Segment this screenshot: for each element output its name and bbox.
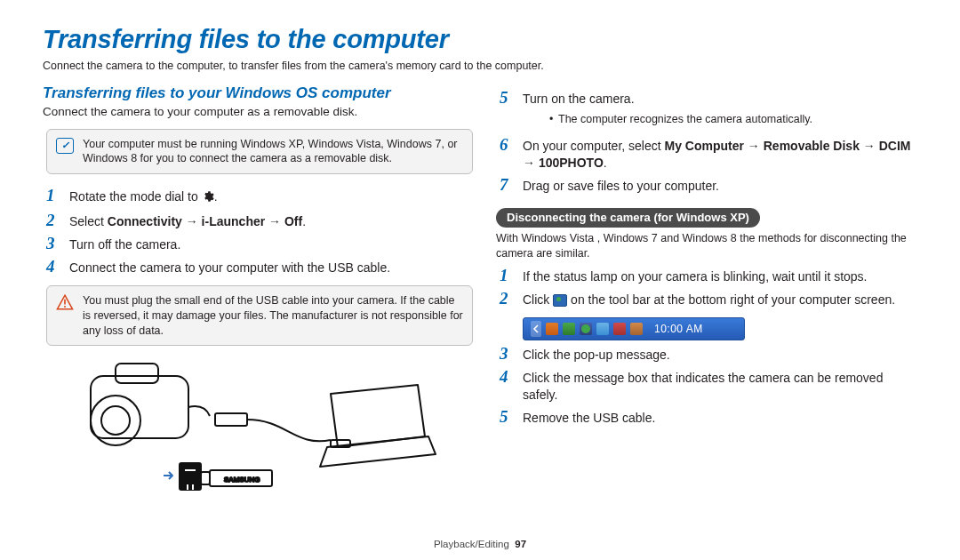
tray-icon — [546, 323, 558, 335]
svg-point-1 — [64, 306, 66, 308]
footer-section: Playback/Editing — [434, 539, 509, 549]
step-body: On your computer, select My Computer → R… — [523, 138, 917, 172]
svg-rect-3 — [116, 364, 158, 383]
step-number: 4 — [500, 368, 514, 385]
svg-rect-11 — [201, 472, 210, 484]
subsection-pill: Disconnecting the camera (for Windows XP… — [496, 208, 760, 228]
footer-page-number: 97 — [515, 539, 526, 549]
tray-icon — [563, 323, 575, 335]
warning-icon — [56, 294, 74, 310]
step-sub-bullet: The computer recognizes the camera autom… — [549, 112, 812, 127]
step-b2: 2 Click on the tool bar at the bottom ri… — [500, 290, 917, 308]
settings-gear-icon — [202, 190, 214, 207]
step-body: Click the pop-up message. — [523, 347, 670, 364]
step-1: 1 Rotate the mode dial to . — [46, 187, 464, 207]
tray-safely-remove-icon — [580, 323, 592, 335]
step-body: Turn off the camera. — [69, 236, 180, 253]
step-number: 5 — [500, 89, 514, 106]
note-icon: ✓ — [56, 138, 74, 154]
step-number: 2 — [46, 212, 60, 228]
step-6: 6 On your computer, select My Computer →… — [500, 136, 917, 172]
step-b4: 4 Click the message box that indicates t… — [500, 368, 917, 404]
step-number: 6 — [500, 136, 514, 153]
right-steps-b-cont: 3 Click the pop-up message. 4 Click the … — [500, 345, 917, 427]
content-columns: Transferring files to your Windows OS co… — [43, 84, 917, 495]
step-body: Click on the tool bar at the bottom righ… — [523, 292, 895, 308]
step-body: Turn on the camera. The computer recogni… — [523, 91, 812, 132]
windows-taskbar-illustration: 10:00 AM — [523, 317, 745, 340]
step-b1: 1 If the status lamp on your camera is b… — [500, 267, 917, 285]
step-body: Click the message box that indicates the… — [523, 370, 917, 404]
left-steps-list: 1 Rotate the mode dial to . 2 Select Con… — [46, 187, 464, 276]
step-3: 3 Turn off the camera. — [46, 235, 464, 253]
svg-rect-6 — [215, 413, 247, 426]
note-text: Your computer must be running Windows XP… — [83, 137, 463, 167]
right-column: 5 Turn on the camera. The computer recog… — [496, 84, 917, 495]
step-2: 2 Select Connectivity → i-Launcher → Off… — [46, 212, 464, 230]
step-number: 3 — [46, 235, 60, 252]
pill-subtext: With Windows Vista , Windows 7 and Windo… — [496, 231, 917, 261]
step-body: Rotate the mode dial to . — [69, 188, 218, 207]
note-callout: ✓ Your computer must be running Windows … — [46, 129, 473, 175]
svg-rect-9 — [184, 468, 196, 472]
section-subtext: Connect the camera to your computer as a… — [43, 104, 464, 120]
step-body: Select Connectivity → i-Launcher → Off. — [69, 213, 306, 230]
tray-icon — [596, 323, 609, 335]
left-column: Transferring files to your Windows OS co… — [43, 84, 464, 495]
page-intro: Connect the camera to the computer, to t… — [43, 60, 917, 72]
svg-rect-8 — [180, 463, 201, 490]
step-b3: 3 Click the pop-up message. — [500, 345, 917, 364]
step-7: 7 Drag or save files to your computer. — [500, 176, 917, 195]
step-number: 1 — [46, 187, 60, 204]
svg-point-5 — [101, 406, 130, 435]
page-title: Transferring files to the computer — [43, 25, 917, 54]
usb-connection-illustration: SAMSUNG — [64, 358, 464, 495]
step-5: 5 Turn on the camera. The computer recog… — [500, 89, 917, 132]
step-number: 5 — [500, 408, 514, 425]
step-body: If the status lamp on your camera is bli… — [523, 268, 868, 285]
taskbar-chevron-icon — [531, 321, 541, 337]
step-body: Remove the USB cable. — [523, 410, 655, 427]
tray-icon — [613, 323, 626, 335]
step-number: 7 — [500, 176, 514, 193]
warning-text: You must plug the small end of the USB c… — [83, 293, 463, 339]
step-sub-bullets: The computer recognizes the camera autom… — [549, 112, 812, 127]
manual-page: Transferring files to the computer Conne… — [0, 0, 960, 560]
svg-text:SAMSUNG: SAMSUNG — [224, 476, 260, 484]
step-b5: 5 Remove the USB cable. — [500, 408, 917, 427]
step-number: 2 — [500, 290, 514, 307]
page-footer: Playback/Editing 97 — [0, 539, 960, 549]
tray-icon — [630, 323, 643, 335]
step-4: 4 Connect the camera to your computer wi… — [46, 258, 464, 276]
warning-callout: You must plug the small end of the USB c… — [46, 285, 473, 347]
right-steps-a: 5 Turn on the camera. The computer recog… — [500, 89, 917, 194]
step-body: Connect the camera to your computer with… — [69, 260, 390, 276]
step-number: 1 — [500, 267, 514, 284]
step-body: Drag or save files to your computer. — [523, 178, 719, 195]
step-number: 4 — [46, 258, 60, 275]
safely-remove-icon — [553, 294, 567, 307]
taskbar-clock: 10:00 AM — [654, 323, 703, 335]
section-heading: Transferring files to your Windows OS co… — [43, 84, 464, 102]
right-steps-b: 1 If the status lamp on your camera is b… — [500, 267, 917, 308]
step-number: 3 — [500, 345, 514, 362]
